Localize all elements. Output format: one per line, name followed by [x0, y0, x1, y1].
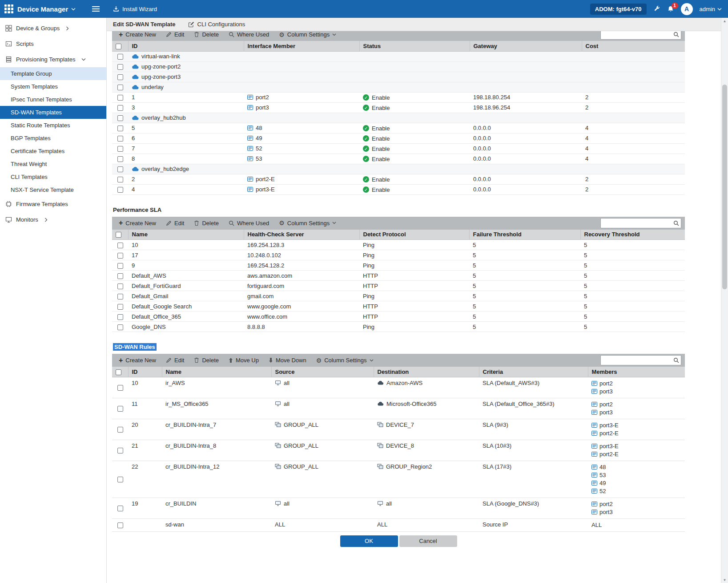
where-used-button[interactable]: Where Used	[224, 217, 274, 230]
sla-row[interactable]: 10169.254.128.3Ping55	[112, 240, 685, 250]
rule-row[interactable]: 10ir_AWSallAmazon-AWSSLA (Default_AWS#3)…	[112, 377, 685, 398]
sidebar-item-device-groups[interactable]: Device & Groups	[0, 20, 106, 36]
interface-zone-row[interactable]: overlay_hub2edge	[112, 164, 685, 174]
sla-row[interactable]: Default_AWSaws.amazon.comHTTP55	[112, 271, 685, 281]
row-checkbox[interactable]	[117, 115, 123, 121]
row-checkbox[interactable]	[117, 427, 123, 433]
create-new-button[interactable]: +Create New	[114, 31, 161, 41]
sla-row[interactable]: Google_DNS8.8.8.8Ping55	[112, 322, 685, 332]
sidebar-toggle-button[interactable]	[90, 4, 101, 13]
install-wizard-button[interactable]: Install Wizard	[113, 6, 157, 12]
column-header-detect-protocol[interactable]: Detect Protocol	[359, 230, 469, 240]
row-checkbox[interactable]	[117, 243, 123, 248]
row-checkbox[interactable]	[117, 314, 123, 320]
sidebar-item-certificate-templates[interactable]: Certificate Templates	[0, 145, 106, 158]
sla-row[interactable]: 9169.254.128.2Ping55	[112, 260, 685, 271]
sidebar-item-firmware-templates[interactable]: Firmware Templates	[0, 196, 106, 212]
select-all-checkbox[interactable]	[116, 44, 121, 49]
vertical-scrollbar[interactable]: ▲ ▼	[721, 18, 728, 583]
row-checkbox[interactable]	[117, 177, 123, 182]
search-input[interactable]	[600, 218, 681, 228]
column-header-name[interactable]: Name	[162, 367, 271, 377]
rule-row[interactable]: sd-wanALLALLSource IPALL	[112, 518, 685, 531]
interface-zone-row[interactable]: upg-zone-port2	[112, 61, 685, 72]
row-checkbox[interactable]	[117, 64, 123, 70]
app-logo-icon[interactable]	[4, 4, 13, 13]
sidebar-item-bgp-templates[interactable]: BGP Templates	[0, 132, 106, 145]
column-settings-button[interactable]: ⚙Column Settings	[274, 31, 341, 41]
sla-row[interactable]: Default_Gmailgmail.comPing55	[112, 291, 685, 301]
interface-zone-row[interactable]: upg-zone-port3	[112, 72, 685, 82]
adom-badge[interactable]: ADOM: fgt64-v70	[590, 4, 647, 15]
row-checkbox[interactable]	[117, 406, 123, 412]
column-header-gateway[interactable]: Gateway	[470, 41, 582, 51]
move-down-button[interactable]: Move Down	[264, 354, 311, 367]
column-header-id[interactable]: ID	[128, 367, 162, 377]
scrollbar-thumb[interactable]	[722, 85, 727, 289]
column-header-interface-member[interactable]: Interface Member	[244, 41, 359, 51]
interface-member-row[interactable]: 649✓Enable0.0.0.04	[112, 133, 685, 143]
search-input[interactable]	[600, 31, 681, 40]
search-input[interactable]	[600, 355, 681, 365]
column-header-failure-threshold[interactable]: Failure Threshold	[469, 230, 580, 240]
row-checkbox[interactable]	[117, 324, 123, 330]
sidebar-item-nsx-t-service-template[interactable]: NSX-T Service Template	[0, 183, 106, 196]
row-checkbox[interactable]	[117, 95, 123, 101]
row-checkbox[interactable]	[117, 166, 123, 172]
column-header-id[interactable]: ID	[128, 41, 244, 51]
column-header-health-check-server[interactable]: Health-Check Server	[244, 230, 359, 240]
interface-zone-row[interactable]: overlay_hub2hub	[112, 113, 685, 123]
column-header-criteria[interactable]: Criteria	[479, 367, 588, 377]
column-settings-button[interactable]: ⚙Column Settings	[274, 217, 341, 230]
sla-row[interactable]: Default_Google Searchwww.google.comHTTP5…	[112, 301, 685, 312]
sidebar-item-sd-wan-templates[interactable]: SD-WAN Templates	[0, 106, 106, 119]
column-settings-button[interactable]: ⚙Column Settings	[311, 354, 378, 367]
row-checkbox[interactable]	[117, 263, 123, 269]
sidebar-item-static-route-templates[interactable]: Static Route Templates	[0, 119, 106, 132]
avatar[interactable]: A	[681, 3, 693, 15]
row-checkbox[interactable]	[117, 477, 123, 482]
row-checkbox[interactable]	[117, 187, 123, 193]
sidebar-item-cli-templates[interactable]: CLI Templates	[0, 170, 106, 183]
row-checkbox[interactable]	[117, 105, 123, 111]
edit-button[interactable]: Edit	[161, 354, 189, 367]
app-title[interactable]: Device Manager	[17, 5, 68, 13]
row-checkbox[interactable]	[117, 385, 123, 391]
sidebar-item-threat-weight[interactable]: Threat Weight	[0, 158, 106, 170]
notifications-button[interactable]: 1	[667, 5, 674, 13]
column-header-members[interactable]: Members	[588, 367, 685, 377]
sidebar-item-system-templates[interactable]: System Templates	[0, 80, 106, 93]
create-new-button[interactable]: +Create New	[114, 217, 161, 230]
interface-member-row[interactable]: 1port2✓Enable198.18.80.2542	[112, 92, 685, 102]
move-up-button[interactable]: Move Up	[224, 354, 264, 367]
column-header-recovery-threshold[interactable]: Recovery Threshold	[580, 230, 685, 240]
sidebar-item-scripts[interactable]: Scripts	[0, 36, 106, 52]
delete-button[interactable]: Delete	[189, 217, 224, 230]
sidebar-item-ipsec-tunnel-templates[interactable]: IPsec Tunnel Templates	[0, 93, 106, 106]
ok-button[interactable]: OK	[340, 535, 398, 547]
row-checkbox[interactable]	[117, 74, 123, 80]
interface-member-row[interactable]: 548✓Enable0.0.0.04	[112, 123, 685, 133]
row-checkbox[interactable]	[117, 85, 123, 90]
column-header-name[interactable]: Name	[128, 230, 244, 240]
sla-row[interactable]: Default_Office_365www.office.comHTTP55	[112, 312, 685, 322]
sidebar-item-monitors[interactable]: Monitors	[0, 212, 106, 227]
row-checkbox[interactable]	[117, 136, 123, 142]
interface-zone-row[interactable]: underlay	[112, 82, 685, 92]
row-checkbox[interactable]	[117, 283, 123, 289]
interface-member-row[interactable]: 752✓Enable0.0.0.04	[112, 143, 685, 154]
interface-member-row[interactable]: 2port2-E✓Enable0.0.0.02	[112, 174, 685, 184]
sidebar-item-provisioning-templates[interactable]: Provisioning Templates	[0, 52, 106, 67]
cancel-button[interactable]: Cancel	[399, 535, 457, 547]
scroll-up-arrow[interactable]: ▲	[721, 18, 728, 24]
select-all-checkbox[interactable]	[116, 232, 121, 238]
column-header-source[interactable]: Source	[271, 367, 374, 377]
interface-member-row[interactable]: 3port3✓Enable198.18.96.2542	[112, 102, 685, 113]
tab-edit-sdwan-template[interactable]: Edit SD-WAN Template	[113, 21, 176, 28]
rule-row[interactable]: 21cr_BUILDIN-Intra_8GROUP_ALLDEVICE_8SLA…	[112, 440, 685, 461]
create-new-button[interactable]: +Create New	[114, 354, 161, 367]
rule-row[interactable]: 22cr_BUILDIN-Intra_12GROUP_ALLGROUP_Regi…	[112, 461, 685, 498]
rule-row[interactable]: 20cr_BUILDIN-Intra_7GROUP_ALLDEVICE_7SLA…	[112, 419, 685, 440]
rule-row[interactable]: 19cr_BUILDINallallSLA (Google_DNS#3)port…	[112, 498, 685, 518]
select-all-checkbox[interactable]	[116, 369, 121, 375]
